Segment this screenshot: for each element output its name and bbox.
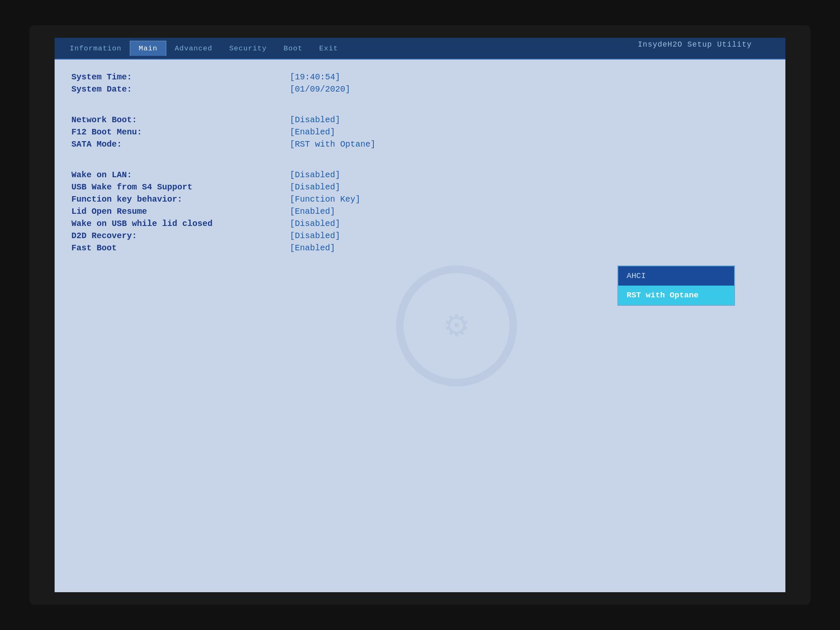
time-date-section: System Time: [19:40:54] System Date: [01… (71, 72, 769, 94)
usb-wake-value[interactable]: [Disabled] (290, 182, 340, 192)
wake-usb-row: Wake on USB while lid closed [Disabled] (71, 219, 769, 228)
bios-topbar: InsydeH2O Setup Utility Information Main… (55, 38, 785, 60)
network-boot-label: Network Boot: (71, 115, 290, 125)
system-time-label: System Time: (71, 72, 290, 82)
fast-boot-row: Fast Boot [Enabled] (71, 243, 769, 253)
lid-open-label: Lid Open Resume (71, 207, 290, 216)
usb-wake-label: USB Wake from S4 Support (71, 182, 290, 192)
tab-exit[interactable]: Exit (311, 41, 346, 56)
network-boot-row: Network Boot: [Disabled] (71, 115, 769, 125)
function-key-label: Function key behavior: (71, 194, 290, 204)
tab-security[interactable]: Security (221, 41, 276, 56)
monitor: InsydeH2O Setup Utility Information Main… (29, 25, 811, 605)
sata-mode-label: SATA Mode: (71, 139, 290, 149)
system-time-row: System Time: [19:40:54] (71, 72, 769, 82)
bios-title: InsydeH2O Setup Utility (638, 40, 752, 49)
f12-boot-row: F12 Boot Menu: [Enabled] (71, 127, 769, 137)
dropdown-option-ahci[interactable]: AHCI (618, 266, 734, 286)
sata-mode-value[interactable]: [RST with Optane] (290, 139, 375, 149)
usb-wake-row: USB Wake from S4 Support [Disabled] (71, 182, 769, 192)
system-date-row: System Date: [01/09/2020] (71, 84, 769, 94)
watermark-logo: ⚙ (394, 263, 520, 389)
d2d-recovery-label: D2D Recovery: (71, 231, 290, 241)
d2d-recovery-value[interactable]: [Disabled] (290, 231, 340, 241)
sata-mode-dropdown[interactable]: AHCI RST with Optane (617, 265, 735, 306)
wake-lan-label: Wake on LAN: (71, 170, 290, 180)
tab-main[interactable]: Main (130, 41, 166, 56)
fast-boot-label: Fast Boot (71, 243, 290, 253)
f12-boot-label: F12 Boot Menu: (71, 127, 290, 137)
svg-text:⚙: ⚙ (443, 309, 470, 342)
network-boot-value[interactable]: [Disabled] (290, 115, 340, 125)
sata-mode-row: SATA Mode: [RST with Optane] (71, 139, 769, 149)
wake-lan-value[interactable]: [Disabled] (290, 170, 340, 180)
f12-boot-value[interactable]: [Enabled] (290, 127, 335, 137)
network-boot-section: Network Boot: [Disabled] F12 Boot Menu: … (71, 115, 769, 149)
tab-boot[interactable]: Boot (275, 41, 311, 56)
tab-advanced[interactable]: Advanced (166, 41, 221, 56)
system-date-value[interactable]: [01/09/2020] (290, 84, 350, 94)
settings-table: System Time: [19:40:54] System Date: [01… (71, 72, 769, 253)
lid-open-value[interactable]: [Enabled] (290, 207, 335, 216)
tab-information[interactable]: Information (61, 41, 130, 56)
wake-power-section: Wake on LAN: [Disabled] USB Wake from S4… (71, 170, 769, 253)
bios-nav: Information Main Advanced Security Boot … (61, 41, 346, 56)
wake-usb-label: Wake on USB while lid closed (71, 219, 290, 228)
fast-boot-value[interactable]: [Enabled] (290, 243, 335, 253)
d2d-recovery-row: D2D Recovery: [Disabled] (71, 231, 769, 241)
wake-lan-row: Wake on LAN: [Disabled] (71, 170, 769, 180)
system-date-label: System Date: (71, 84, 290, 94)
bios-content: ⚙ System Time: [19:40:54] System Date: [… (55, 60, 785, 592)
function-key-row: Function key behavior: [Function Key] (71, 194, 769, 204)
dropdown-option-rst[interactable]: RST with Optane (618, 286, 734, 305)
lid-open-row: Lid Open Resume [Enabled] (71, 207, 769, 216)
screen: InsydeH2O Setup Utility Information Main… (55, 38, 785, 592)
function-key-value[interactable]: [Function Key] (290, 194, 360, 204)
system-time-value[interactable]: [19:40:54] (290, 72, 340, 82)
wake-usb-value[interactable]: [Disabled] (290, 219, 340, 228)
